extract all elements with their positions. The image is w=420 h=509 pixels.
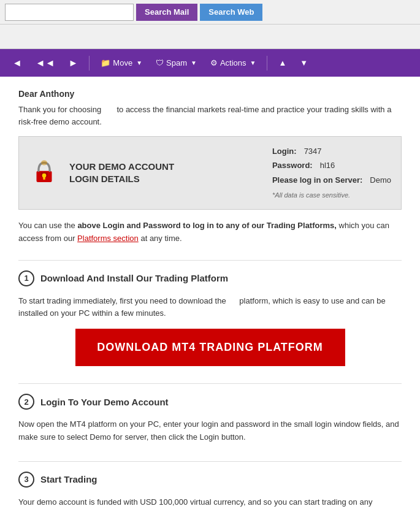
search-input[interactable]	[5, 4, 134, 21]
server-label: Please log in on Server:	[272, 173, 362, 187]
step2-title: Login To Your Demo Account	[40, 397, 169, 407]
platforms-text: You can use the above Login and Password…	[18, 220, 402, 245]
step1-title: Download And Install Our Trading Platfor…	[40, 273, 228, 283]
greeting: Dear Anthony	[18, 89, 402, 99]
up-icon: ▲	[278, 58, 286, 67]
move-icon: 📁	[101, 58, 110, 67]
step3-section: 3 Start Trading Your demo account is fun…	[18, 472, 402, 509]
step1-section: 1 Download And Install Our Trading Platf…	[18, 270, 402, 367]
cred-note: *All data is case sensitive.	[272, 189, 391, 202]
spam-button[interactable]: 🛡 Spam ▼	[151, 56, 202, 70]
step2-section: 2 Login To Your Demo Account Now open th…	[18, 394, 402, 444]
platforms-text-2: above Login and Password to log in to an…	[77, 221, 337, 230]
separator-1	[89, 56, 90, 71]
back-all-icon: ◄◄	[36, 58, 55, 69]
toolbar: ◄ ◄◄ ► 📁 Move ▼ 🛡 Spam ▼ ⚙ Actions ▼ ▲ ▼	[0, 49, 420, 77]
back-icon: ◄	[12, 58, 22, 69]
step2-desc: Now open the MT4 platform on your PC, en…	[18, 418, 402, 444]
search-mail-button[interactable]: Search Mail	[136, 4, 197, 21]
move-label: Move	[113, 58, 132, 67]
actions-button[interactable]: ⚙ Actions ▼	[205, 56, 261, 70]
forward-button[interactable]: ►	[64, 55, 83, 71]
spam-label: Spam	[166, 58, 187, 67]
lock-icon-wrap	[29, 158, 59, 188]
step2-divider	[18, 383, 402, 384]
server-value: Demo	[370, 173, 391, 187]
svg-rect-3	[43, 177, 45, 180]
actions-label: Actions	[220, 58, 246, 67]
up-button[interactable]: ▲	[273, 56, 291, 70]
step1-number: 1	[18, 270, 34, 286]
spacer-row	[0, 25, 420, 49]
email-body: Dear Anthony Thank you for choosing to a…	[0, 77, 420, 509]
spam-caret: ▼	[191, 59, 197, 66]
step3-number: 3	[18, 472, 34, 488]
download-button[interactable]: DOWNLOAD MT4 TRADING PLATFORM	[75, 329, 345, 366]
forward-icon: ►	[69, 58, 78, 69]
step1-header: 1 Download And Install Our Trading Platf…	[18, 270, 402, 286]
down-icon: ▼	[300, 58, 308, 67]
step2-header: 2 Login To Your Demo Account	[18, 394, 402, 410]
move-caret: ▼	[136, 59, 142, 66]
back-all-button[interactable]: ◄◄	[31, 55, 60, 71]
login-label: Login:	[272, 144, 297, 158]
password-row: Password: hl16	[272, 158, 391, 172]
account-details-box: YOUR DEMO ACCOUNT LOGIN DETAILS Login: 7…	[18, 136, 402, 210]
account-title-line2: LOGIN DETAILS	[69, 173, 262, 185]
step3-header: 3 Start Trading	[18, 472, 402, 488]
search-web-button[interactable]: Search Web	[200, 4, 262, 21]
spam-icon: 🛡	[156, 58, 164, 67]
svg-point-4	[41, 160, 47, 165]
step1-desc1: To start trading immediately, first you …	[18, 296, 226, 305]
login-row: Login: 7347	[272, 144, 391, 158]
actions-icon: ⚙	[210, 58, 218, 67]
separator-2	[267, 56, 267, 71]
step3-desc: Your demo account is funded with USD 100…	[18, 496, 402, 509]
move-button[interactable]: 📁 Move ▼	[96, 56, 147, 70]
account-credentials: Login: 7347 Password: hl16 Please log in…	[272, 144, 391, 202]
search-bar: Search Mail Search Web	[0, 0, 420, 25]
server-row: Please log in on Server: Demo	[272, 173, 391, 187]
account-title-wrap: YOUR DEMO ACCOUNT LOGIN DETAILS	[69, 161, 262, 185]
platforms-text-1: You can use the	[18, 221, 77, 230]
intro-line1: Thank you for choosing	[18, 105, 101, 114]
password-value: hl16	[320, 158, 335, 172]
login-value: 7347	[304, 144, 322, 158]
step3-divider	[18, 461, 402, 462]
intro-text: Thank you for choosing to access the fin…	[18, 104, 402, 128]
back-button[interactable]: ◄	[7, 55, 27, 71]
step1-desc: To start trading immediately, first you …	[18, 295, 402, 321]
account-title-line1: YOUR DEMO ACCOUNT	[69, 161, 262, 173]
password-label: Password:	[272, 158, 313, 172]
down-button[interactable]: ▼	[295, 56, 313, 70]
step1-divider	[18, 260, 402, 261]
step3-title: Start Trading	[40, 474, 97, 484]
platforms-text-4: at any time.	[140, 234, 181, 243]
lock-icon	[29, 158, 59, 188]
actions-caret: ▼	[250, 59, 256, 66]
step2-number: 2	[18, 394, 34, 410]
platforms-link[interactable]: Platforms section	[77, 234, 139, 243]
